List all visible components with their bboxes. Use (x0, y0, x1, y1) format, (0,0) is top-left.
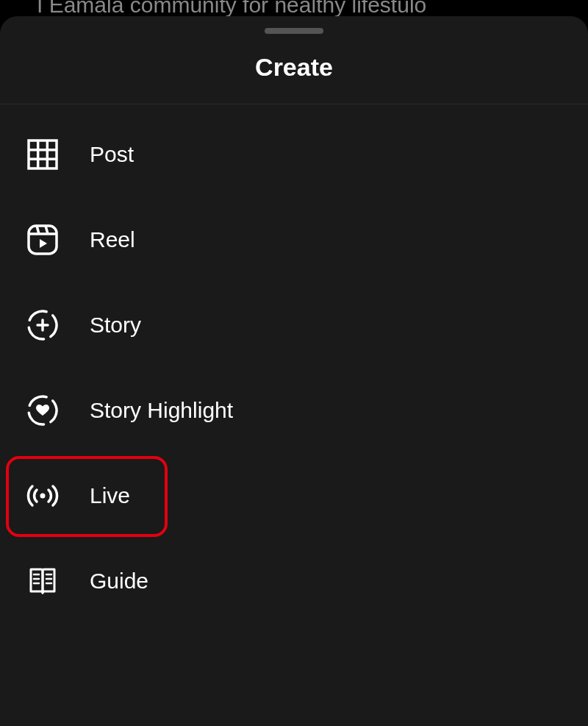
sheet-title: Create (0, 53, 588, 104)
menu-label: Live (90, 483, 130, 508)
story-heart-icon (25, 393, 60, 428)
reel-icon (25, 222, 60, 257)
create-guide-item[interactable]: Guide (0, 538, 588, 624)
menu-label: Story (90, 313, 141, 338)
svg-point-13 (40, 494, 46, 499)
create-post-item[interactable]: Post (0, 112, 588, 197)
live-icon (25, 478, 60, 513)
guide-icon (25, 563, 60, 599)
create-story-item[interactable]: Story (0, 282, 588, 368)
create-reel-item[interactable]: Reel (0, 197, 588, 282)
menu-label: Guide (90, 569, 148, 594)
create-menu: Post Reel Stor (0, 104, 588, 624)
story-plus-icon (25, 307, 60, 343)
background-partial-text: I Eamala community for nealthy lifestulo (37, 0, 426, 18)
grid-icon (25, 137, 60, 172)
menu-label: Reel (90, 227, 135, 252)
svg-rect-5 (29, 226, 57, 254)
svg-rect-0 (29, 140, 57, 168)
create-live-item[interactable]: Live (0, 453, 588, 538)
menu-label: Story Highlight (90, 398, 233, 423)
menu-label: Post (90, 142, 134, 167)
create-story-highlight-item[interactable]: Story Highlight (0, 368, 588, 453)
drag-handle[interactable] (265, 28, 323, 34)
create-bottom-sheet: Create Post (0, 16, 588, 726)
